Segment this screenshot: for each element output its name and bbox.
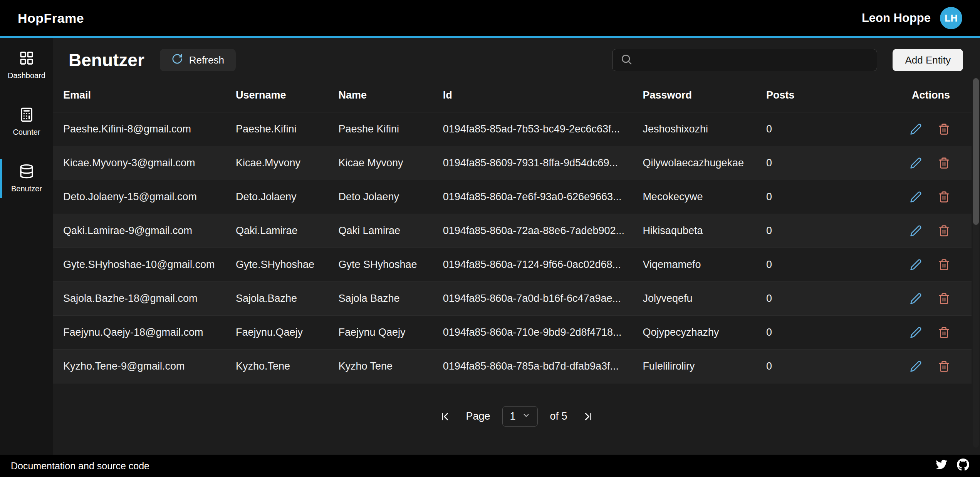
delete-button[interactable] bbox=[938, 259, 950, 271]
cell-username: Kyzho.Tene bbox=[236, 360, 338, 372]
cell-id: 0194fa85-860a-7a0d-b16f-6c47a9ae... bbox=[443, 293, 643, 305]
cell-username: Deto.Jolaeny bbox=[236, 191, 338, 203]
scrollbar-thumb[interactable] bbox=[973, 78, 979, 225]
page-select[interactable]: 1 bbox=[502, 406, 537, 427]
delete-button[interactable] bbox=[938, 326, 950, 338]
table-row: Deto.Jolaeny-15@gmail.comDeto.JolaenyDet… bbox=[53, 180, 972, 214]
app-title: HopFrame bbox=[18, 11, 84, 26]
sidebar-item-label: Benutzer bbox=[11, 184, 42, 193]
cell-password: Hikisaqubeta bbox=[643, 225, 766, 237]
first-page-button[interactable] bbox=[436, 408, 453, 425]
main-content: Benutzer Refresh Add Entity EmailUsernam… bbox=[53, 38, 980, 455]
cell-id: 0194fa85-860a-7e6f-93a0-626e9663... bbox=[443, 191, 643, 203]
edit-button[interactable] bbox=[910, 191, 922, 203]
sidebar-item-label: Dashboard bbox=[8, 71, 45, 80]
user-menu[interactable]: Leon Hoppe LH bbox=[862, 7, 962, 29]
cell-posts: 0 bbox=[766, 360, 903, 372]
edit-button[interactable] bbox=[910, 360, 922, 372]
cell-id: 0194fa85-860a-72aa-88e6-7adeb902... bbox=[443, 225, 643, 237]
cell-posts: 0 bbox=[766, 191, 903, 203]
cell-username: Paeshe.Kifini bbox=[236, 123, 338, 135]
table-row: Faejynu.Qaejy-18@gmail.comFaejynu.QaejyF… bbox=[53, 315, 972, 349]
edit-button[interactable] bbox=[910, 259, 922, 271]
cell-username: Faejynu.Qaejy bbox=[236, 326, 338, 338]
avatar[interactable]: LH bbox=[940, 7, 962, 29]
cell-email: Paeshe.Kifini-8@gmail.com bbox=[63, 123, 236, 135]
search-icon bbox=[620, 53, 633, 67]
delete-button[interactable] bbox=[938, 157, 950, 169]
bird-icon[interactable] bbox=[935, 459, 948, 473]
edit-button[interactable] bbox=[910, 157, 922, 169]
cell-name: Sajola Bazhe bbox=[338, 293, 443, 305]
user-name: Leon Hoppe bbox=[862, 11, 931, 25]
sidebar-item-label: Counter bbox=[13, 128, 40, 137]
sidebar-item-dashboard[interactable]: Dashboard bbox=[0, 46, 51, 85]
table: EmailUsernameNameIdPasswordPostsActions … bbox=[53, 78, 972, 397]
github-icon[interactable] bbox=[957, 459, 969, 473]
pencil-icon bbox=[910, 300, 922, 305]
cell-password: Fuleliliroliry bbox=[643, 360, 766, 372]
page-label: Page bbox=[466, 410, 490, 422]
cell-username: Qaki.Lamirae bbox=[236, 225, 338, 237]
cell-password: Jolyveqefu bbox=[643, 293, 766, 305]
delete-button[interactable] bbox=[938, 225, 950, 237]
pencil-icon bbox=[910, 198, 922, 203]
pencil-icon bbox=[910, 266, 922, 271]
edit-button[interactable] bbox=[910, 293, 922, 305]
pagination: Page 1 of 5 bbox=[53, 397, 980, 427]
cell-username: Sajola.Bazhe bbox=[236, 293, 338, 305]
cell-username: Gyte.SHyhoshae bbox=[236, 259, 338, 271]
delete-button[interactable] bbox=[938, 191, 950, 203]
table-body: Paeshe.Kifini-8@gmail.comPaeshe.KifiniPa… bbox=[53, 112, 972, 397]
refresh-label: Refresh bbox=[189, 54, 224, 66]
row-actions bbox=[903, 123, 972, 135]
pencil-icon bbox=[910, 232, 922, 237]
cell-id: 0194fa85-860a-785a-bd7d-dfab9a3f... bbox=[443, 360, 643, 372]
delete-button[interactable] bbox=[938, 123, 950, 135]
trash-icon bbox=[938, 131, 950, 135]
cell-password: Viqemamefo bbox=[643, 259, 766, 271]
sidebar: Dashboard Counter Benutzer bbox=[0, 38, 53, 455]
cell-posts: 0 bbox=[766, 259, 903, 271]
app-shell: Dashboard Counter Benutzer Benutzer Refr… bbox=[0, 38, 980, 455]
column-header: Email bbox=[63, 89, 236, 101]
table-row: Sajola.Bazhe-18@gmail.comSajola.BazheSaj… bbox=[53, 281, 972, 315]
cell-id: 0194fa85-8609-7931-8ffa-9d54dc69... bbox=[443, 157, 643, 169]
trash-icon bbox=[938, 334, 950, 338]
delete-button[interactable] bbox=[938, 360, 950, 372]
cell-password: Mecokecywe bbox=[643, 191, 766, 203]
table-header: EmailUsernameNameIdPasswordPostsActions bbox=[53, 78, 972, 112]
last-page-button[interactable] bbox=[580, 408, 597, 425]
delete-button[interactable] bbox=[938, 293, 950, 305]
cell-name: Deto Jolaeny bbox=[338, 191, 443, 203]
column-header: Name bbox=[338, 89, 443, 101]
cell-posts: 0 bbox=[766, 225, 903, 237]
footer-icons bbox=[935, 459, 969, 473]
column-header: Username bbox=[236, 89, 338, 101]
trash-icon bbox=[938, 198, 950, 203]
page-count-label: of 5 bbox=[550, 410, 567, 422]
cell-id: 0194fa85-860a-710e-9bd9-2d8f4718... bbox=[443, 326, 643, 338]
search-input[interactable] bbox=[639, 54, 869, 66]
cell-password: Qojypecyzhazhy bbox=[643, 326, 766, 338]
add-entity-button[interactable]: Add Entity bbox=[893, 49, 963, 71]
cell-email: Kicae.Myvony-3@gmail.com bbox=[63, 157, 236, 169]
table-row: Gyte.SHyhoshae-10@gmail.comGyte.SHyhosha… bbox=[53, 248, 972, 281]
cell-email: Kyzho.Tene-9@gmail.com bbox=[63, 360, 236, 372]
row-actions bbox=[903, 326, 972, 338]
column-header: Posts bbox=[766, 89, 903, 101]
row-actions bbox=[903, 293, 972, 305]
cell-name: Kyzho Tene bbox=[338, 360, 443, 372]
sidebar-item-benutzer[interactable]: Benutzer bbox=[0, 159, 51, 198]
refresh-button[interactable]: Refresh bbox=[160, 49, 236, 71]
scrollbar-track[interactable] bbox=[973, 78, 979, 448]
edit-button[interactable] bbox=[910, 225, 922, 237]
footer-link[interactable]: Documentation and source code bbox=[11, 460, 149, 472]
cell-email: Deto.Jolaeny-15@gmail.com bbox=[63, 191, 236, 203]
sidebar-item-counter[interactable]: Counter bbox=[0, 102, 51, 141]
table-row: Qaki.Lamirae-9@gmail.comQaki.LamiraeQaki… bbox=[53, 214, 972, 248]
edit-button[interactable] bbox=[910, 123, 922, 135]
edit-button[interactable] bbox=[910, 326, 922, 338]
page-title: Benutzer bbox=[69, 49, 144, 71]
chevron-down-icon bbox=[522, 410, 530, 422]
